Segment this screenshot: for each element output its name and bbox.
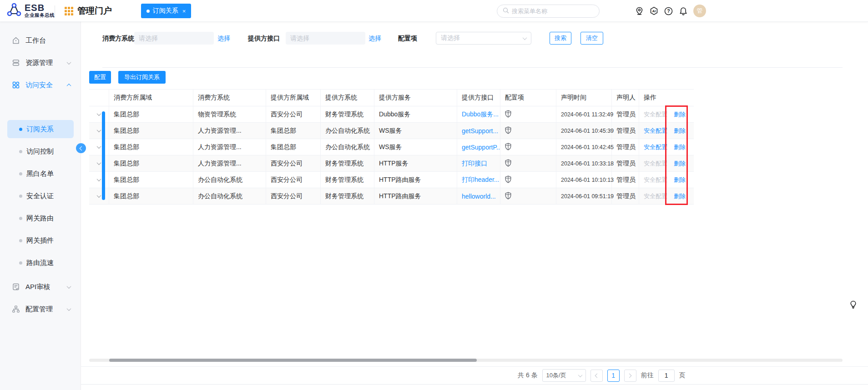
config-item-cell[interactable]	[500, 172, 556, 188]
provider-interface-select-link[interactable]: 选择	[368, 35, 381, 43]
sidebar-subitem-route-flow[interactable]: 路由流速	[0, 254, 81, 272]
tab-subscription-relation[interactable]: 订阅关系 ×	[141, 4, 191, 18]
shield-icon[interactable]	[505, 175, 511, 185]
config-item-cell[interactable]	[500, 123, 556, 139]
next-page-button[interactable]	[624, 370, 636, 382]
export-subscription-button[interactable]: 导出订阅关系	[118, 71, 166, 84]
consumer-system-cell: 人力资源管理...	[193, 123, 266, 139]
provider-interface-link[interactable]: 打印header...	[457, 172, 500, 188]
chevron-left-icon	[79, 146, 84, 150]
provider-interface-link[interactable]: 打印接口	[457, 155, 500, 171]
row-expand-toggle[interactable]	[89, 188, 109, 204]
row-expand-toggle[interactable]	[89, 123, 109, 139]
sidebar-item-resource-mgmt[interactable]: 资源管理	[0, 54, 81, 72]
delete-link[interactable]: 删除	[674, 192, 686, 200]
sidebar-subitem-blackwhite-list[interactable]: 黑白名单	[0, 165, 81, 183]
clear-button[interactable]: 清空	[580, 32, 603, 45]
sidebar-item-label: 资源管理	[25, 59, 53, 67]
delete-link[interactable]: 删除	[674, 143, 686, 151]
sidebar-item-api-review[interactable]: API审核	[0, 278, 81, 296]
provider-system-cell: 财务管理系统	[321, 106, 374, 122]
shield-icon[interactable]	[505, 159, 511, 168]
search-button[interactable]: 搜索	[550, 32, 571, 45]
provider-interface-filter-input[interactable]	[286, 32, 365, 45]
declarant-cell: 管理员	[612, 106, 639, 122]
help-icon[interactable]: ?	[664, 7, 673, 15]
consumer-system-cell: 办公自动化系统	[193, 188, 266, 204]
notification-bell-icon[interactable]	[679, 7, 687, 15]
sidebar-item-access-security[interactable]: 访问安全	[0, 76, 81, 94]
svg-text:?: ?	[667, 8, 670, 14]
security-config-link[interactable]: 安全配置	[644, 176, 667, 184]
consumer-system-select-link[interactable]: 选择	[217, 35, 230, 43]
consumer-system-cell: 人力资源管理...	[193, 139, 266, 155]
provider-domain-cell: 西安分公司	[266, 106, 321, 122]
sidebar-subitem-subscription[interactable]: 订阅关系	[0, 120, 81, 138]
tab-close-icon[interactable]: ×	[182, 8, 186, 15]
sidebar-subitem-access-control[interactable]: 访问控制	[0, 142, 81, 160]
table-side-scrollbar[interactable]	[102, 111, 105, 200]
config-item-cell[interactable]	[500, 188, 556, 204]
sidebar-item-workbench[interactable]: 工作台	[0, 31, 81, 50]
bullet-dot-icon	[19, 261, 22, 265]
declarant-cell: 管理员	[612, 155, 639, 171]
config-item-cell[interactable]	[500, 139, 556, 155]
goto-page-input[interactable]	[658, 370, 675, 382]
prev-page-button[interactable]	[590, 370, 603, 382]
row-expand-toggle[interactable]	[89, 106, 109, 122]
row-expand-toggle[interactable]	[89, 155, 109, 171]
security-config-link[interactable]: 安全配置	[644, 192, 667, 200]
location-pin-icon[interactable]	[635, 7, 644, 15]
actions-cell: 安全配置 删除	[639, 188, 694, 204]
ai-assistant-icon[interactable]: AI	[650, 7, 658, 15]
sidebar-subitem-security-auth[interactable]: 安全认证	[0, 187, 81, 205]
config-item-filter-select[interactable]: 请选择	[436, 32, 531, 45]
shield-icon[interactable]	[505, 126, 511, 135]
config-button[interactable]: 配置	[89, 71, 111, 84]
chevron-down-icon	[97, 128, 101, 132]
user-avatar[interactable]: 管	[693, 5, 706, 17]
security-config-link[interactable]: 安全配置	[644, 160, 667, 168]
current-page-button[interactable]: 1	[607, 370, 620, 382]
row-expand-toggle[interactable]	[89, 172, 109, 188]
chevron-down-icon	[97, 193, 101, 198]
delete-link[interactable]: 删除	[674, 160, 686, 168]
sidebar-collapse-button[interactable]	[76, 143, 86, 153]
lightbulb-widget-icon[interactable]	[848, 299, 858, 310]
security-config-link[interactable]: 安全配置	[644, 143, 667, 151]
security-config-link[interactable]: 安全配置	[644, 127, 667, 135]
document-check-icon	[12, 283, 20, 291]
provider-system-cell: 财务管理系统	[321, 172, 374, 188]
sidebar-item-config-mgmt[interactable]: 配置管理	[0, 300, 81, 318]
row-expand-toggle[interactable]	[89, 139, 109, 155]
consumer-system-filter-input[interactable]	[134, 32, 214, 45]
provider-interface-link[interactable]: helloworld...	[457, 188, 500, 204]
provider-system-cell: 财务管理系统	[321, 155, 374, 171]
shield-icon[interactable]	[505, 192, 511, 201]
config-item-cell[interactable]	[500, 155, 556, 171]
sidebar-subitem-gateway-plugin[interactable]: 网关插件	[0, 231, 81, 250]
page-size-select[interactable]: 10条/页	[542, 369, 586, 382]
provider-service-cell: HTTP路由服务	[374, 172, 457, 188]
bullet-dot-icon	[19, 128, 22, 131]
sidebar-subitem-gateway-route[interactable]: 网关路由	[0, 209, 81, 227]
provider-service-cell: Dubbo服务	[374, 106, 457, 122]
provider-interface-link[interactable]: getSupportP...	[457, 139, 500, 155]
shield-icon[interactable]	[505, 143, 511, 152]
security-config-link[interactable]: 安全配置	[644, 110, 667, 119]
menu-search-box[interactable]	[497, 5, 600, 18]
provider-interface-link[interactable]: getSupport...	[457, 123, 500, 139]
delete-link[interactable]: 删除	[674, 176, 686, 184]
horizontal-scrollbar-track[interactable]	[89, 359, 843, 362]
horizontal-scrollbar-thumb[interactable]	[109, 359, 477, 362]
table-row: 集团总部 人力资源管理... 西安分公司 财务管理系统 HTTP服务 打印接口 …	[89, 155, 694, 172]
delete-link[interactable]: 删除	[674, 127, 686, 135]
col-provider-domain: 提供方所属域	[266, 90, 321, 106]
shield-icon[interactable]	[505, 110, 511, 119]
consumer-domain-cell: 集团总部	[109, 139, 193, 155]
provider-interface-link[interactable]: Dubbo服务...	[457, 106, 500, 122]
delete-link[interactable]: 删除	[674, 110, 686, 119]
page-size-value: 10条/页	[546, 371, 566, 380]
menu-search-input[interactable]	[512, 8, 585, 15]
config-item-cell[interactable]	[500, 106, 556, 122]
